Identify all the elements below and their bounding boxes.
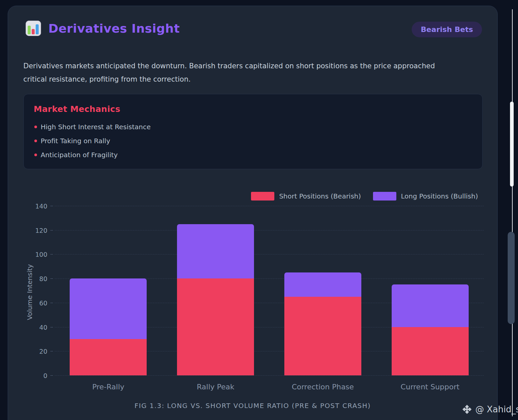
bar-segment-long xyxy=(284,272,361,297)
x-tick-label: Rally Peak xyxy=(162,383,269,391)
y-tick-label: 0 xyxy=(27,371,47,380)
scrollbar-thumb-inner[interactable] xyxy=(508,232,515,324)
description-text: Derivatives markets anticipated the down… xyxy=(23,59,443,86)
bar-segment-short xyxy=(284,297,361,375)
scrollbar-track xyxy=(512,9,513,416)
binance-diamond-icon xyxy=(462,404,472,414)
page-title: Derivatives Insight xyxy=(48,22,180,35)
mechanics-list: High Short Interest at Resistance Profit… xyxy=(24,122,482,164)
list-item: High Short Interest at Resistance xyxy=(24,122,482,136)
y-tick-mark xyxy=(50,303,53,303)
y-tick-label: 60 xyxy=(27,299,47,307)
watermark: @ Xahid_se xyxy=(462,404,518,414)
y-tick-label: 140 xyxy=(27,202,47,210)
bar-group xyxy=(284,272,361,375)
legend-label: Short Positions (Bearish) xyxy=(279,192,361,200)
bullet-dot xyxy=(34,154,37,156)
bullet-dot xyxy=(34,140,37,142)
grid-line: 100 xyxy=(55,254,484,254)
bar-group xyxy=(392,284,469,375)
legend-item-short: Short Positions (Bearish) xyxy=(251,192,361,201)
figure-caption: FIG 1.3: LONG VS. SHORT VOLUME RATIO (PR… xyxy=(8,402,497,410)
bar-chart-icon xyxy=(26,21,41,36)
chart-legend: Short Positions (Bearish) Long Positions… xyxy=(251,192,478,201)
scrollbar-thumb-outer[interactable] xyxy=(510,102,514,187)
list-item-label: Anticipation of Fragility xyxy=(41,151,118,159)
bearish-bets-badge: Bearish Bets xyxy=(412,22,482,37)
bar-segment-long xyxy=(70,278,147,339)
y-tick-mark xyxy=(50,327,53,327)
panel-title: Market Mechanics xyxy=(34,104,120,114)
grid-line: 120 xyxy=(55,230,484,230)
bar-segment-long xyxy=(177,224,254,279)
bar-segment-short xyxy=(70,339,147,375)
grid-line: 0 xyxy=(55,375,484,376)
y-tick-mark xyxy=(50,278,53,279)
legend-swatch-long xyxy=(373,192,396,201)
x-tick-label: Pre-Rally xyxy=(55,383,162,391)
bullet-dot xyxy=(34,126,37,128)
y-tick-label: 20 xyxy=(27,347,47,356)
card-header: Derivatives Insight xyxy=(26,21,180,36)
y-tick-label: 80 xyxy=(27,274,47,283)
y-tick-label: 120 xyxy=(27,226,47,235)
grid-line: 140 xyxy=(55,206,484,206)
y-tick-label: 100 xyxy=(27,250,47,259)
bar-segment-short xyxy=(177,278,254,375)
derivatives-insight-card: Derivatives Insight Bearish Bets Derivat… xyxy=(8,6,498,420)
list-item-label: Profit Taking on Rally xyxy=(41,137,110,145)
bar-segment-short xyxy=(392,327,469,375)
y-tick-label: 40 xyxy=(27,323,47,332)
legend-swatch-short xyxy=(251,192,274,201)
list-item-label: High Short Interest at Resistance xyxy=(41,123,151,131)
list-item: Profit Taking on Rally xyxy=(24,136,482,150)
y-tick-mark xyxy=(50,351,53,351)
x-tick-label: Current Support xyxy=(377,383,483,391)
market-mechanics-panel: Market Mechanics High Short Interest at … xyxy=(23,94,483,169)
y-tick-mark xyxy=(50,230,53,230)
watermark-handle: @ Xahid_se xyxy=(475,404,518,414)
y-tick-mark xyxy=(50,206,53,206)
x-tick-label: Correction Phase xyxy=(269,383,376,391)
legend-label: Long Positions (Bullish) xyxy=(401,192,478,200)
bar-group xyxy=(177,224,254,375)
bar-segment-long xyxy=(392,284,469,327)
y-tick-mark xyxy=(50,375,53,376)
list-item: Anticipation of Fragility xyxy=(24,150,482,164)
legend-item-long: Long Positions (Bullish) xyxy=(373,192,478,201)
y-tick-mark xyxy=(50,254,53,254)
plot-area: 020406080100120140Pre-RallyRally PeakCor… xyxy=(55,206,484,375)
bar-group xyxy=(70,278,147,375)
